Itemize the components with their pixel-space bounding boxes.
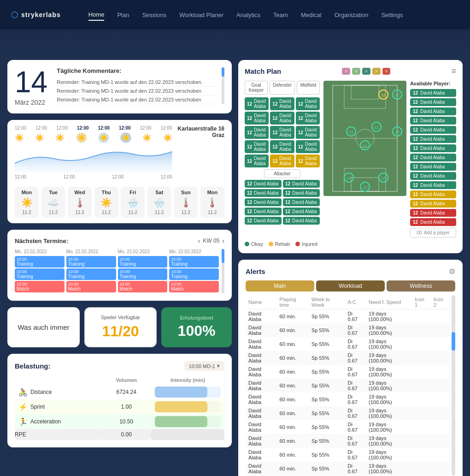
- mp-avail-player[interactable]: 12David Alaba: [410, 172, 456, 180]
- alerts-gear-icon[interactable]: ⚙: [449, 267, 455, 276]
- mp-player[interactable]: 12David Alaba: [296, 112, 320, 125]
- wt-4: 12:00: [77, 125, 89, 131]
- mp-avail-player[interactable]: 12David Alaba: [410, 126, 456, 134]
- nav-home[interactable]: Home: [88, 9, 105, 21]
- nav-organization[interactable]: Organization: [335, 10, 369, 20]
- day-fri: Fri 🌧️ 11·2: [121, 187, 145, 218]
- nav-items: Home Plan Sessions Workload Planer Analy…: [88, 9, 403, 21]
- mp-avail-player-yellow[interactable]: 12David Alaba: [410, 200, 456, 208]
- nav-plan[interactable]: Plan: [117, 10, 129, 20]
- mp-avail-player[interactable]: 12David Alaba: [410, 181, 456, 189]
- alert-name: David Alaba: [246, 337, 277, 351]
- comment-3: Reminder: Training MD-1 wurde auf den 22…: [57, 95, 217, 104]
- alert-icon1: [412, 393, 431, 406]
- mp-attacker-player[interactable]: 12David Alaba: [283, 217, 320, 225]
- mp-menu-icon[interactable]: ≡: [451, 66, 456, 76]
- mp-player[interactable]: 12David Alaba: [270, 97, 294, 110]
- nav-medical[interactable]: Medical: [301, 10, 322, 20]
- mp-attacker-player[interactable]: 12David Alaba: [283, 180, 320, 188]
- wx-8: ☀️: [163, 133, 172, 142]
- alert-ac: Di 0.67: [345, 337, 366, 351]
- mp-player[interactable]: 12David Alaba: [296, 140, 320, 153]
- legend-injured: Injured: [295, 241, 317, 247]
- appt-scrollbar[interactable]: [222, 249, 224, 293]
- wt-6: 12:00: [119, 125, 131, 131]
- mp-player-yellow[interactable]: 12David Alaba: [270, 155, 294, 167]
- nav-sessions[interactable]: Sessions: [142, 10, 166, 20]
- wt-8: 12:00: [161, 125, 172, 131]
- bel-selector[interactable]: 10:00 MD-1 ▾: [184, 361, 224, 371]
- mp-avail-player[interactable]: 12David Alaba: [410, 154, 456, 161]
- mp-avail-player-red[interactable]: 12David Alaba: [410, 218, 456, 226]
- mp-player[interactable]: 12David Alaba: [296, 97, 320, 110]
- mp-player[interactable]: 12David Alaba: [270, 112, 294, 125]
- add-player-label: Add a player: [423, 230, 449, 235]
- mp-attacker-player[interactable]: 12David Alaba: [245, 208, 282, 215]
- mp-avail-player[interactable]: 12David Alaba: [410, 144, 456, 152]
- weather-card: 12:00 12:00 12:00 12:00 12:00 12:00 12:0…: [7, 120, 232, 223]
- alert-ac: Di 0.67: [345, 309, 366, 324]
- svg-text:12: 12: [381, 93, 386, 97]
- appt-event: 10:00Training: [169, 268, 219, 280]
- mp-player[interactable]: 12David Alaba: [245, 155, 269, 167]
- alert-nfs: 19 days (100.00%): [366, 379, 412, 393]
- mp-avail-player[interactable]: 12David Alaba: [410, 135, 456, 143]
- alerts-tab-workload[interactable]: Workload: [316, 280, 385, 292]
- mp-player[interactable]: 12David Alaba: [270, 126, 294, 139]
- mp-attacker-player[interactable]: 12David Alaba: [283, 198, 320, 206]
- mp-avail-player[interactable]: 12David Alaba: [410, 117, 456, 125]
- mp-avail-player[interactable]: 12David Alaba: [410, 163, 456, 171]
- mp-avail-player-red[interactable]: 12David Alaba: [410, 209, 456, 217]
- appt-next-btn[interactable]: ›: [222, 237, 224, 244]
- nav-workload[interactable]: Workload Planer: [179, 10, 223, 20]
- weather-bottom-times: 12:00 12:00 12:00 12:00: [15, 174, 172, 179]
- mp-avail-player[interactable]: 12David Alaba: [410, 98, 456, 106]
- recovery-title: Erholungslevel: [180, 315, 213, 321]
- comments-scrollbar[interactable]: [222, 67, 224, 104]
- legend-rehab-dot: [269, 242, 273, 246]
- mp-attacker-player[interactable]: 12David Alaba: [245, 198, 282, 206]
- alert-row: David Alaba 60 min. Sp 55% Di 0.67 19 da…: [246, 323, 450, 337]
- mp-attacker-player[interactable]: 12David Alaba: [283, 189, 320, 197]
- accel-icon: 🏃: [18, 417, 28, 426]
- whatever-card: Was auch immer: [7, 307, 80, 347]
- nav-analytics[interactable]: Analytics: [236, 10, 260, 20]
- alert-playing: 60 min.: [277, 406, 309, 420]
- nav-settings[interactable]: Settings: [381, 10, 403, 20]
- mp-player[interactable]: 12David Alaba: [245, 97, 269, 110]
- mp-attacker-player[interactable]: 12David Alaba: [245, 217, 282, 225]
- svg-text:12: 12: [363, 185, 367, 190]
- alerts-card: Alerts ⚙ Main Workload Wellness Name Pla…: [238, 260, 463, 476]
- alert-playing: 60 min.: [277, 309, 309, 324]
- mp-attacker-player[interactable]: 12David Alaba: [283, 208, 320, 215]
- mp-attacker-player[interactable]: 12David Alaba: [245, 180, 282, 188]
- alert-icon1: [412, 365, 431, 379]
- player-avail-card: Spieler Verfügbar 11/20: [84, 307, 157, 347]
- alerts-tab-wellness[interactable]: Wellness: [387, 280, 455, 292]
- mp-player[interactable]: 12David Alaba: [245, 140, 269, 153]
- alert-nfs: 19 days (100.00%): [366, 393, 412, 406]
- alert-name: David Alaba: [246, 462, 277, 476]
- mp-avail-player-yellow[interactable]: 12David Alaba: [410, 190, 456, 198]
- alert-wtw: Sp 55%: [309, 365, 345, 379]
- mp-player-yellow[interactable]: 12David Alaba: [296, 155, 320, 167]
- appt-event: 10:00Training: [118, 268, 168, 280]
- mp-player[interactable]: 12David Alaba: [245, 126, 269, 139]
- bel-col-vol: Volumen: [101, 375, 151, 385]
- mp-add-player-btn[interactable]: 00 Add a player: [410, 228, 456, 238]
- mp-attacker-player[interactable]: 12David Alaba: [245, 189, 282, 197]
- alert-row: David Alaba 60 min. Sp 55% Di 0.67 19 da…: [246, 365, 450, 379]
- alerts-scrollbar[interactable]: [452, 295, 455, 476]
- mp-player[interactable]: 12David Alaba: [270, 140, 294, 153]
- bel-row-rpe: RPE 0.00: [15, 429, 224, 440]
- alert-name: David Alaba: [246, 351, 277, 365]
- appt-prev-btn[interactable]: ‹: [198, 237, 200, 244]
- mp-avail-player[interactable]: 12David Alaba: [410, 89, 456, 97]
- appt-event-match: 10:00Match: [169, 281, 219, 292]
- mp-player[interactable]: 12David Alaba: [296, 126, 320, 139]
- alerts-tab-main[interactable]: Main: [246, 280, 314, 292]
- mp-avail-player[interactable]: 12David Alaba: [410, 107, 456, 115]
- mp-player[interactable]: 12David Alaba: [245, 112, 269, 125]
- alert-ac: Di 0.67: [345, 420, 366, 434]
- nav-team[interactable]: Team: [273, 10, 288, 20]
